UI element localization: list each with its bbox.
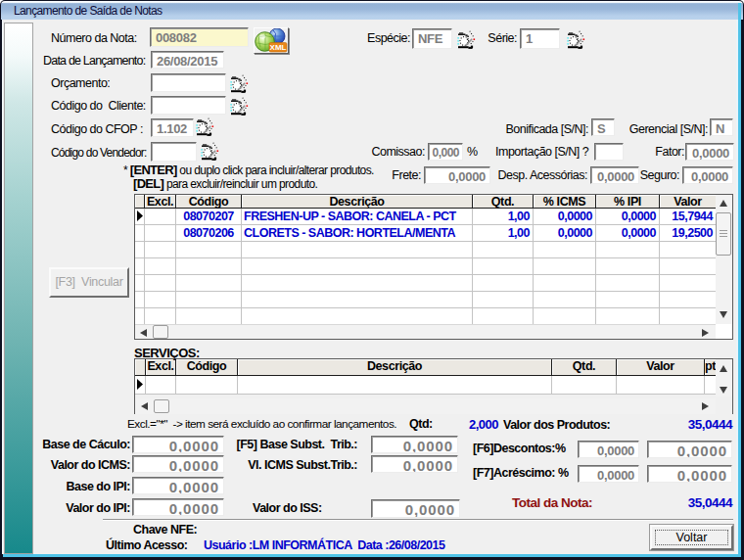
svg-text:XML: XML [270, 43, 287, 52]
